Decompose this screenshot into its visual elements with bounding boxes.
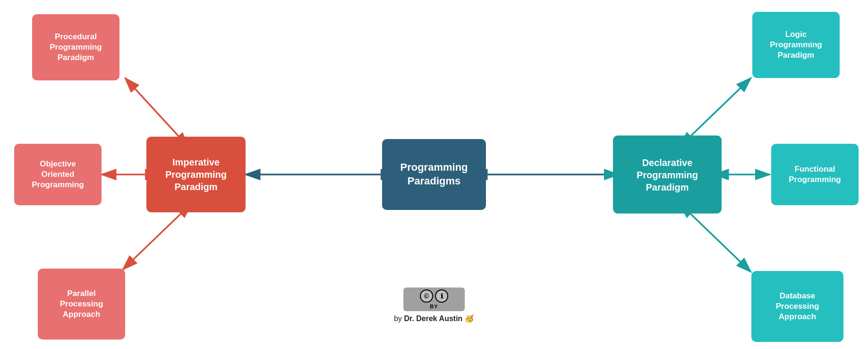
node-imperative: Imperative Programming Paradigm bbox=[146, 137, 246, 212]
node-logic: Logic Programming Paradigm bbox=[752, 12, 840, 78]
node-declarative: Declarative Programming Paradigm bbox=[613, 136, 722, 214]
cc-icon: © bbox=[420, 289, 433, 303]
author-attribution: by Dr. Derek Austin 🥳 bbox=[394, 314, 474, 323]
node-functional: Functional Programming bbox=[771, 144, 859, 205]
svg-line-11 bbox=[689, 78, 751, 137]
node-oop: Objective Oriented Programming bbox=[14, 144, 102, 205]
watermark-block: © ℹ BY by Dr. Derek Austin 🥳 bbox=[394, 288, 474, 323]
cc-icons: © ℹ bbox=[420, 289, 448, 303]
node-procedural: Procedural Programming Paradigm bbox=[32, 14, 119, 80]
svg-line-13 bbox=[689, 213, 751, 272]
cc-by-label: BY bbox=[430, 304, 438, 309]
diagram-container: Programming Paradigms Imperative Program… bbox=[0, 0, 868, 349]
by-icon: ℹ bbox=[435, 289, 448, 303]
svg-line-8 bbox=[125, 78, 179, 137]
cc-badge: © ℹ BY bbox=[403, 288, 465, 311]
svg-line-10 bbox=[123, 213, 182, 270]
node-programming-paradigms: Programming Paradigms bbox=[382, 139, 486, 210]
cc-inner: © ℹ BY bbox=[420, 289, 448, 309]
node-database: Database Processing Approach bbox=[751, 271, 843, 342]
node-parallel: Parallel Processing Approach bbox=[38, 269, 125, 340]
